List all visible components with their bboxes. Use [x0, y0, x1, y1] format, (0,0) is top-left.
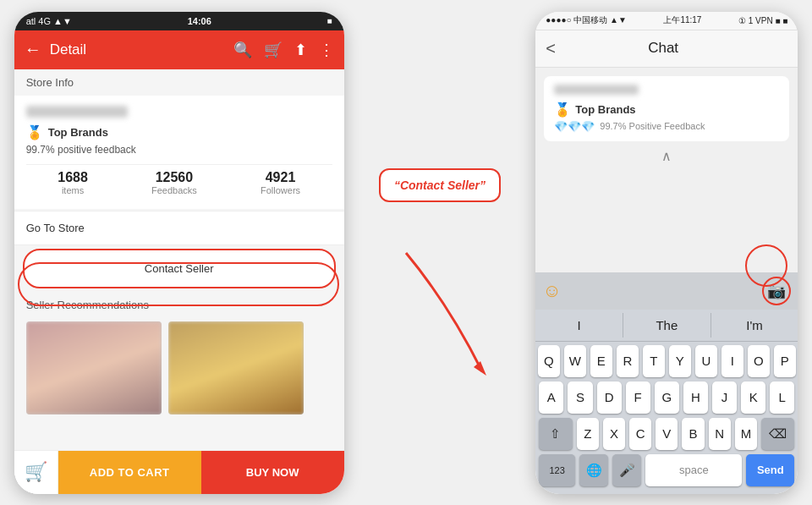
key-q[interactable]: Q [538, 345, 560, 377]
battery-icon: ■ [327, 16, 332, 25]
back-button[interactable]: ← [25, 40, 41, 59]
store-info-header: Store Info [14, 69, 344, 96]
feedback-text: 99.7% positive feedback [26, 144, 332, 156]
emoji-button[interactable]: ☺ [542, 280, 561, 302]
key-g[interactable]: G [655, 381, 679, 414]
medal-icon: 🏅 [26, 124, 43, 140]
chat-top-bar: < Chat [535, 30, 798, 68]
stat-feedbacks-label: Feedbacks [151, 185, 197, 195]
key-o[interactable]: O [748, 345, 770, 377]
key-e[interactable]: E [590, 345, 612, 377]
left-phone: atl 4G ▲▼ 14:06 ■ ← Detail 🔍 🛒 ⬆ ⋮ Store… [14, 12, 344, 494]
keyboard-row-2: A S D F G H J K L [539, 381, 794, 414]
key-z[interactable]: Z [577, 418, 599, 450]
add-to-cart-button[interactable]: ADD TO CART [58, 451, 201, 494]
key-v[interactable]: V [656, 418, 678, 450]
stat-items-label: items [58, 185, 88, 195]
expand-button[interactable]: ∧ [544, 148, 789, 164]
key-m[interactable]: M [735, 418, 757, 450]
search-icon[interactable]: 🔍 [233, 41, 252, 59]
camera-button[interactable]: 📷 [762, 277, 791, 305]
key-p[interactable]: P [774, 345, 796, 377]
cart-icon[interactable]: 🛒 [264, 41, 283, 59]
phone-content: Store Info 🏅 Top Brands 99.7% positive f… [14, 69, 344, 450]
delete-key[interactable]: ⌫ [761, 418, 794, 450]
toolbar-icons: 🔍 🛒 ⬆ ⋮ [233, 41, 334, 59]
contact-label: “Contact Seller” [379, 168, 501, 202]
rec-thumb-img-1 [26, 321, 162, 414]
right-phone: ●●●●○ 中国移动 ▲▼ 上午11:17 ① 1 VPN ■ ■ < Chat… [535, 12, 798, 494]
key-j[interactable]: J [712, 381, 737, 414]
rec-thumb-1[interactable] [26, 321, 162, 414]
key-k[interactable]: K [741, 381, 765, 414]
seller-brand-name-right: Top Brands [575, 103, 635, 116]
chat-back-button[interactable]: < [546, 39, 556, 58]
pred-item-1[interactable]: I [535, 313, 623, 338]
numbers-key[interactable]: 123 [539, 454, 575, 486]
seller-recommendations-header: Seller Recommendations [14, 292, 344, 315]
page-title: Detail [50, 41, 225, 58]
seller-blurred-name [554, 85, 639, 95]
rec-thumb-img-2 [168, 321, 304, 414]
bottom-bar: 🛒 ADD TO CART BUY NOW [14, 450, 344, 494]
key-n[interactable]: N [709, 418, 731, 450]
share-icon[interactable]: ⬆ [294, 41, 307, 59]
key-a[interactable]: A [539, 381, 563, 414]
key-t[interactable]: T [643, 345, 665, 377]
cart-icon-button[interactable]: 🛒 [14, 451, 58, 494]
stat-feedbacks-value: 12560 [151, 170, 197, 185]
arrow-svg [381, 236, 508, 388]
key-f[interactable]: F [626, 381, 650, 414]
pred-item-2[interactable]: The [623, 313, 711, 338]
time-right: 上午11:17 [663, 14, 701, 26]
key-w[interactable]: W [564, 345, 586, 377]
key-i[interactable]: I [721, 345, 743, 377]
globe-key[interactable]: 🌐 [579, 454, 608, 486]
carrier-info: ●●●●○ 中国移动 ▲▼ [546, 14, 627, 26]
send-key[interactable]: Send [746, 454, 794, 486]
svg-marker-0 [474, 361, 486, 376]
middle-area: “Contact Seller” [372, 84, 508, 422]
key-y[interactable]: Y [669, 345, 691, 377]
go-to-store-link[interactable]: Go To Store [14, 211, 344, 245]
keyboard-area: I The I'm Q W E R T Y U I O P A S D [535, 310, 798, 494]
chat-content: 🏅 Top Brands 💎💎💎 99.7% Positive Feedback… [535, 68, 798, 272]
more-icon[interactable]: ⋮ [319, 41, 334, 59]
keyboard-row-4: 123 🌐 🎤 space Send [539, 454, 794, 486]
stats-row: 1688 items 12560 Feedbacks 4921 Follower… [26, 164, 332, 199]
key-r[interactable]: R [617, 345, 639, 377]
key-b[interactable]: B [682, 418, 704, 450]
space-key[interactable]: space [645, 454, 742, 486]
stat-items: 1688 items [58, 170, 88, 195]
stat-items-value: 1688 [58, 170, 88, 185]
rec-thumb-2[interactable] [168, 321, 304, 414]
contact-seller-button[interactable]: Contact Seller [23, 249, 336, 288]
shift-key[interactable]: ⇧ [539, 418, 572, 450]
chat-title: Chat [564, 40, 762, 57]
key-l[interactable]: L [770, 381, 794, 414]
key-d[interactable]: D [597, 381, 622, 414]
stat-followers-value: 4921 [261, 170, 300, 185]
key-s[interactable]: S [568, 381, 592, 414]
key-c[interactable]: C [629, 418, 651, 450]
keyboard-row-3: ⇧ Z X C V B N M ⌫ [539, 418, 794, 450]
battery-right: ① 1 VPN ■ ■ [738, 16, 787, 25]
pred-item-3[interactable]: I'm [711, 313, 798, 338]
medal-icon-right: 🏅 [554, 102, 571, 118]
key-x[interactable]: X [603, 418, 625, 450]
buy-now-button[interactable]: BUY NOW [201, 451, 344, 494]
key-h[interactable]: H [683, 381, 708, 414]
brand-name: Top Brands [48, 126, 108, 139]
store-brand-row: 🏅 Top Brands [26, 124, 332, 140]
seller-card: 🏅 Top Brands 💎💎💎 99.7% Positive Feedback [544, 76, 789, 141]
signal-strength: atl 4G ▲▼ [26, 16, 72, 26]
store-blurred-name [26, 106, 128, 118]
stat-followers-label: Followers [261, 185, 300, 195]
key-u[interactable]: U [695, 345, 717, 377]
top-bar: ← Detail 🔍 🛒 ⬆ ⋮ [14, 30, 344, 69]
store-info-card: 🏅 Top Brands 99.7% positive feedback 168… [14, 96, 344, 209]
predictive-bar: I The I'm [535, 310, 798, 342]
recommendations-images [14, 315, 344, 421]
stat-feedbacks: 12560 Feedbacks [151, 170, 197, 195]
mic-key[interactable]: 🎤 [612, 454, 641, 486]
